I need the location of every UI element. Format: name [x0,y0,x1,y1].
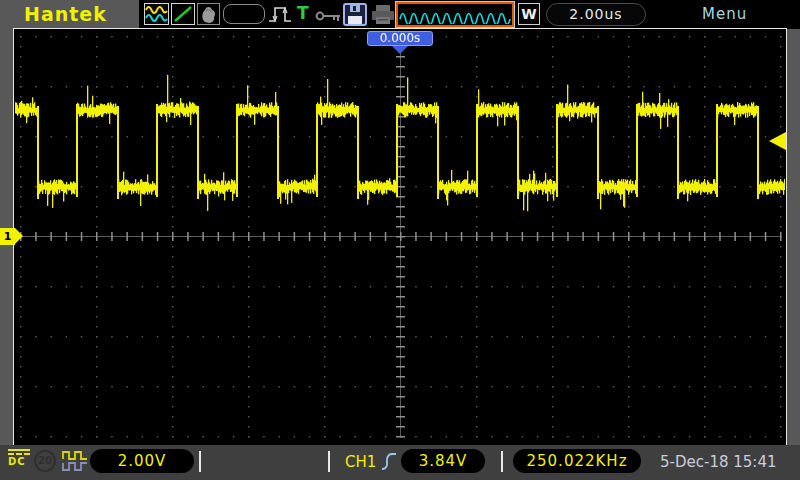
trigger-source-label: CH1 [345,453,376,471]
dc-dashed-line [8,453,30,455]
dc-solid-line [8,449,30,451]
trigger-position-pointer-icon [392,46,408,54]
window-icon[interactable]: W [518,3,540,25]
status-bar: DC 20 2.00V CH1 3.84V 250.022KHz 5-Dec-1… [0,445,800,480]
datetime-label: 5-Dec-18 15:41 [660,453,776,471]
channel1-marker[interactable]: 1 [0,228,15,245]
signal-burst-icon[interactable] [396,2,514,27]
brand-logo: Hantek [24,3,107,25]
oscilloscope-screen: Hantek T [0,0,800,480]
separator [328,451,330,472]
trigger-t-icon[interactable]: T [297,3,309,23]
trigger-position-marker[interactable]: 0.000s [367,31,433,46]
line-style-icon[interactable] [171,3,195,25]
key-lock-icon[interactable] [315,8,342,27]
frequency-counter-readout[interactable]: 250.022KHz [513,449,641,473]
bandwidth-20mhz-badge: 20 [34,450,56,472]
trigger-level-readout[interactable]: 3.84V [401,449,485,473]
timebase-readout[interactable]: 2.00us [546,3,646,26]
separator [199,451,201,472]
pulse-width-trigger-icon[interactable] [268,4,294,29]
burst-wave-path [400,14,510,25]
separator [501,451,503,472]
coupling-label: DC [8,456,32,467]
hand-hold-icon[interactable] [197,3,220,25]
save-icon[interactable] [343,3,368,30]
volts-per-div-readout[interactable]: 2.00V [90,449,194,473]
channel-waves-icon[interactable] [144,3,169,25]
graticule-canvas [15,30,785,444]
print-icon[interactable] [371,4,395,29]
empty-slot [223,4,265,24]
menu-button[interactable]: Menu [702,5,747,23]
top-bar: Hantek T [0,0,800,29]
trigger-level-arrow[interactable] [769,132,786,150]
channel1-marker-tip-icon [15,228,23,244]
right-margin [786,29,800,445]
rising-edge-icon [381,450,397,477]
waveform-invert-icon[interactable] [62,450,89,476]
logo-panel: Hantek [0,0,139,29]
coupling-dc-icon[interactable]: DC [8,448,32,467]
